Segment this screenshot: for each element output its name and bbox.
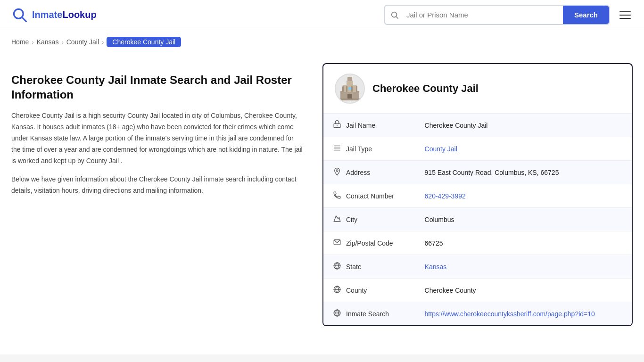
label-text-2: Address <box>346 169 370 176</box>
svg-rect-8 <box>342 86 344 92</box>
search-icon <box>385 11 405 19</box>
search-globe-icon <box>333 309 341 319</box>
label-text-5: Zip/Postal Code <box>346 239 393 247</box>
hamburger-line-1 <box>619 11 631 12</box>
breadcrumb-sep-1: › <box>32 39 33 46</box>
left-panel: Cherokee County Jail Inmate Search and J… <box>11 63 322 326</box>
header: InmateLookup Search <box>0 0 644 30</box>
page-description-2: Below we have given information about th… <box>11 174 304 197</box>
label-text-3: Contact Number <box>346 192 394 200</box>
label-cell-1: Jail Type <box>323 137 415 160</box>
card-jail-name: Cherokee County Jail <box>372 82 479 95</box>
value-link-1[interactable]: County Jail <box>425 145 457 153</box>
phone-icon <box>333 191 341 201</box>
location-icon <box>333 167 341 177</box>
label-text-8: Inmate Search <box>346 310 389 318</box>
label-cell-7: County <box>323 279 415 302</box>
header-search-area: Search <box>384 5 633 25</box>
svg-line-1 <box>22 17 26 21</box>
logo[interactable]: InmateLookup <box>11 7 97 24</box>
breadcrumb-sep-3: › <box>102 39 104 46</box>
label-cell-8: Inmate Search <box>323 302 415 325</box>
label-text-7: County <box>346 287 367 294</box>
breadcrumb-current: Cherokee County Jail <box>107 37 181 47</box>
value-cell-2: 915 East County Road, Columbus, KS, 6672… <box>415 161 632 184</box>
logo-icon <box>11 7 28 24</box>
zip-icon <box>333 238 341 248</box>
right-panel: Cherokee County Jail Jail NameCherokee C… <box>322 63 633 326</box>
svg-point-20 <box>336 170 338 172</box>
jail-avatar <box>335 74 365 104</box>
city-icon <box>333 214 341 224</box>
value-cell-0: Cherokee County Jail <box>415 114 632 137</box>
breadcrumb-county-jail[interactable]: County Jail <box>66 38 99 46</box>
label-cell-5: Zip/Postal Code <box>323 231 415 255</box>
card-header: Cherokee County Jail <box>323 64 632 114</box>
svg-rect-7 <box>347 77 352 81</box>
svg-rect-10 <box>351 86 353 92</box>
jail-icon <box>333 120 341 130</box>
logo-text: InmateLookup <box>32 9 97 20</box>
page-title: Cherokee County Jail Inmate Search and J… <box>11 73 304 102</box>
jail-building-icon <box>338 77 362 100</box>
globe-icon <box>333 262 341 272</box>
label-text-6: State <box>346 263 362 271</box>
breadcrumb-sep-2: › <box>61 39 63 46</box>
hamburger-line-3 <box>619 18 631 19</box>
value-cell-5: 66725 <box>415 231 632 255</box>
value-cell-7: Cherokee County <box>415 279 632 302</box>
value-cell-8[interactable]: https://www.cherokeecountykssheriff.com/… <box>415 302 632 326</box>
label-cell-2: Address <box>323 161 415 184</box>
value-cell-3[interactable]: 620-429-3992 <box>415 184 632 208</box>
svg-line-3 <box>396 16 398 18</box>
label-text-1: Jail Type <box>346 145 372 153</box>
search-button[interactable]: Search <box>563 6 609 24</box>
search-input[interactable] <box>405 6 563 24</box>
value-link-6[interactable]: Kansas <box>425 263 447 271</box>
value-cell-1[interactable]: County Jail <box>415 137 632 161</box>
label-cell-3: Contact Number <box>323 184 415 207</box>
label-cell-4: City <box>323 208 415 231</box>
info-table: Jail NameCherokee County JailJail TypeCo… <box>323 114 632 325</box>
county-icon <box>333 285 341 295</box>
svg-marker-21 <box>334 216 340 222</box>
svg-rect-14 <box>339 99 360 100</box>
bottom-area <box>0 354 644 362</box>
search-bar: Search <box>384 5 610 25</box>
label-cell-6: State <box>323 255 415 278</box>
label-cell-0: Jail Name <box>323 114 415 137</box>
svg-rect-11 <box>356 86 357 92</box>
page-description-1: Cherokee County Jail is a high security … <box>11 110 304 166</box>
svg-rect-9 <box>346 86 347 92</box>
hamburger-line-2 <box>619 15 631 16</box>
info-card: Cherokee County Jail Jail NameCherokee C… <box>322 63 633 326</box>
value-cell-6[interactable]: Kansas <box>415 255 632 279</box>
label-text-4: City <box>346 216 357 223</box>
value-link-8[interactable]: https://www.cherokeecountykssheriff.com/… <box>425 310 595 318</box>
value-link-3[interactable]: 620-429-3992 <box>425 192 466 200</box>
list-icon <box>333 144 341 154</box>
breadcrumb-home[interactable]: Home <box>11 38 29 46</box>
breadcrumb-kansas[interactable]: Kansas <box>37 38 59 46</box>
value-cell-4: Columbus <box>415 208 632 231</box>
label-text-0: Jail Name <box>346 122 375 129</box>
breadcrumb: Home › Kansas › County Jail › Cherokee C… <box>0 30 644 54</box>
svg-rect-12 <box>348 87 351 90</box>
hamburger-menu[interactable] <box>618 9 633 21</box>
svg-rect-6 <box>347 81 353 86</box>
main-content: Cherokee County Jail Inmate Search and J… <box>0 54 644 345</box>
